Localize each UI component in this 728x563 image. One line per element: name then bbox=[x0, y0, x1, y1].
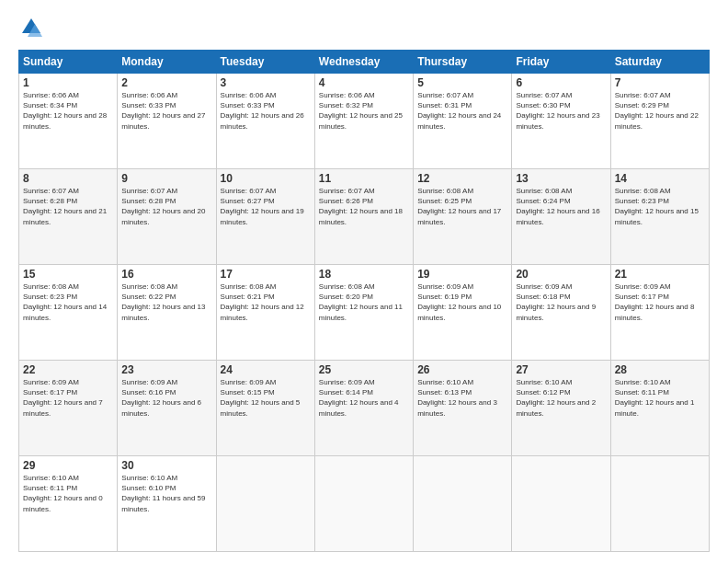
day-info: Sunrise: 6:08 AM Sunset: 6:23 PM Dayligh… bbox=[615, 186, 705, 227]
sunrise-label: Sunrise: 6:09 AM bbox=[417, 282, 473, 291]
sunset-label: Sunset: 6:15 PM bbox=[221, 388, 275, 396]
calendar-week-2: 8 Sunrise: 6:07 AM Sunset: 6:28 PM Dayli… bbox=[19, 169, 710, 265]
sunset-label: Sunset: 6:17 PM bbox=[615, 293, 669, 301]
sunrise-label: Sunrise: 6:09 AM bbox=[516, 282, 572, 291]
sunrise-label: Sunrise: 6:09 AM bbox=[23, 378, 79, 386]
sunrise-label: Sunrise: 6:07 AM bbox=[417, 91, 473, 99]
sunset-label: Sunset: 6:28 PM bbox=[23, 197, 77, 205]
calendar-cell: 5 Sunrise: 6:07 AM Sunset: 6:31 PM Dayli… bbox=[414, 74, 512, 169]
daylight-label: Daylight: 12 hours and 27 minutes. bbox=[121, 111, 205, 130]
day-info: Sunrise: 6:07 AM Sunset: 6:27 PM Dayligh… bbox=[221, 186, 311, 227]
day-info: Sunrise: 6:09 AM Sunset: 6:19 PM Dayligh… bbox=[417, 282, 507, 323]
sunrise-label: Sunrise: 6:08 AM bbox=[615, 187, 671, 195]
calendar-cell: 15 Sunrise: 6:08 AM Sunset: 6:23 PM Dayl… bbox=[19, 265, 118, 361]
sunrise-label: Sunrise: 6:10 AM bbox=[417, 378, 473, 386]
sunrise-label: Sunrise: 6:10 AM bbox=[615, 378, 671, 386]
day-info: Sunrise: 6:07 AM Sunset: 6:26 PM Dayligh… bbox=[319, 186, 409, 227]
day-number: 19 bbox=[417, 268, 507, 281]
calendar-cell: 25 Sunrise: 6:09 AM Sunset: 6:14 PM Dayl… bbox=[314, 361, 413, 456]
day-info: Sunrise: 6:07 AM Sunset: 6:31 PM Dayligh… bbox=[417, 90, 507, 132]
day-number: 11 bbox=[319, 172, 409, 185]
sunset-label: Sunset: 6:21 PM bbox=[221, 293, 275, 301]
daylight-label: Daylight: 12 hours and 16 minutes. bbox=[516, 207, 599, 225]
calendar-week-3: 15 Sunrise: 6:08 AM Sunset: 6:23 PM Dayl… bbox=[19, 265, 710, 361]
sunset-label: Sunset: 6:25 PM bbox=[417, 197, 472, 205]
day-number: 1 bbox=[23, 76, 113, 89]
calendar-cell: 22 Sunrise: 6:09 AM Sunset: 6:17 PM Dayl… bbox=[19, 361, 118, 456]
sunset-label: Sunset: 6:20 PM bbox=[319, 293, 373, 301]
day-number: 3 bbox=[221, 76, 311, 89]
weekday-header-saturday: Saturday bbox=[610, 51, 709, 74]
calendar-cell: 29 Sunrise: 6:10 AM Sunset: 6:11 PM Dayl… bbox=[19, 456, 118, 552]
daylight-label: Daylight: 12 hours and 25 minutes. bbox=[319, 111, 403, 130]
sunset-label: Sunset: 6:32 PM bbox=[319, 101, 373, 109]
weekday-header-thursday: Thursday bbox=[414, 51, 512, 74]
sunset-label: Sunset: 6:27 PM bbox=[221, 197, 275, 205]
day-info: Sunrise: 6:08 AM Sunset: 6:23 PM Dayligh… bbox=[23, 282, 113, 323]
calendar-week-1: 1 Sunrise: 6:06 AM Sunset: 6:34 PM Dayli… bbox=[19, 74, 710, 169]
day-number: 10 bbox=[221, 172, 311, 185]
day-number: 13 bbox=[516, 172, 606, 185]
sunset-label: Sunset: 6:23 PM bbox=[23, 293, 77, 301]
day-number: 18 bbox=[319, 268, 409, 281]
day-info: Sunrise: 6:06 AM Sunset: 6:32 PM Dayligh… bbox=[319, 90, 409, 132]
calendar-cell: 24 Sunrise: 6:09 AM Sunset: 6:15 PM Dayl… bbox=[216, 361, 314, 456]
sunrise-label: Sunrise: 6:09 AM bbox=[615, 282, 671, 291]
daylight-label: Daylight: 12 hours and 15 minutes. bbox=[615, 207, 699, 225]
daylight-label: Daylight: 12 hours and 6 minutes. bbox=[121, 398, 201, 417]
sunset-label: Sunset: 6:33 PM bbox=[121, 101, 176, 109]
sunrise-label: Sunrise: 6:06 AM bbox=[121, 91, 177, 99]
day-number: 28 bbox=[615, 363, 705, 376]
day-number: 4 bbox=[319, 76, 409, 89]
calendar-cell: 21 Sunrise: 6:09 AM Sunset: 6:17 PM Dayl… bbox=[610, 265, 709, 361]
day-number: 6 bbox=[516, 76, 606, 89]
calendar-cell: 7 Sunrise: 6:07 AM Sunset: 6:29 PM Dayli… bbox=[610, 74, 709, 169]
calendar-cell: 4 Sunrise: 6:06 AM Sunset: 6:32 PM Dayli… bbox=[314, 74, 413, 169]
day-info: Sunrise: 6:08 AM Sunset: 6:22 PM Dayligh… bbox=[121, 282, 211, 323]
sunrise-label: Sunrise: 6:06 AM bbox=[221, 91, 277, 99]
sunset-label: Sunset: 6:28 PM bbox=[121, 197, 176, 205]
sunrise-label: Sunrise: 6:10 AM bbox=[121, 474, 177, 482]
day-number: 15 bbox=[23, 268, 113, 281]
sunrise-label: Sunrise: 6:07 AM bbox=[516, 91, 572, 99]
calendar-cell: 27 Sunrise: 6:10 AM Sunset: 6:12 PM Dayl… bbox=[512, 361, 610, 456]
calendar-cell: 23 Sunrise: 6:09 AM Sunset: 6:16 PM Dayl… bbox=[118, 361, 216, 456]
daylight-label: Daylight: 12 hours and 23 minutes. bbox=[516, 111, 599, 130]
sunset-label: Sunset: 6:16 PM bbox=[121, 388, 176, 396]
day-info: Sunrise: 6:08 AM Sunset: 6:25 PM Dayligh… bbox=[417, 186, 507, 227]
sunrise-label: Sunrise: 6:08 AM bbox=[121, 282, 177, 291]
day-number: 16 bbox=[121, 268, 211, 281]
header bbox=[18, 15, 710, 40]
daylight-label: Daylight: 12 hours and 19 minutes. bbox=[221, 207, 304, 225]
calendar-cell: 16 Sunrise: 6:08 AM Sunset: 6:22 PM Dayl… bbox=[118, 265, 216, 361]
sunrise-label: Sunrise: 6:10 AM bbox=[23, 474, 79, 482]
sunset-label: Sunset: 6:10 PM bbox=[121, 484, 176, 492]
day-number: 5 bbox=[417, 76, 507, 89]
day-info: Sunrise: 6:06 AM Sunset: 6:33 PM Dayligh… bbox=[221, 90, 311, 132]
calendar-cell: 26 Sunrise: 6:10 AM Sunset: 6:13 PM Dayl… bbox=[414, 361, 512, 456]
day-info: Sunrise: 6:08 AM Sunset: 6:21 PM Dayligh… bbox=[221, 282, 311, 323]
day-info: Sunrise: 6:10 AM Sunset: 6:13 PM Dayligh… bbox=[417, 377, 507, 419]
sunrise-label: Sunrise: 6:08 AM bbox=[516, 187, 572, 195]
day-info: Sunrise: 6:07 AM Sunset: 6:29 PM Dayligh… bbox=[615, 90, 705, 132]
sunset-label: Sunset: 6:26 PM bbox=[319, 197, 373, 205]
daylight-label: Daylight: 12 hours and 4 minutes. bbox=[319, 398, 399, 417]
sunrise-label: Sunrise: 6:08 AM bbox=[23, 282, 79, 291]
daylight-label: Daylight: 12 hours and 18 minutes. bbox=[319, 207, 403, 225]
sunset-label: Sunset: 6:23 PM bbox=[615, 197, 669, 205]
sunrise-label: Sunrise: 6:07 AM bbox=[615, 91, 671, 99]
calendar-cell: 9 Sunrise: 6:07 AM Sunset: 6:28 PM Dayli… bbox=[118, 169, 216, 265]
daylight-label: Daylight: 11 hours and 59 minutes. bbox=[121, 494, 205, 512]
sunset-label: Sunset: 6:11 PM bbox=[615, 388, 669, 396]
day-number: 23 bbox=[121, 363, 211, 376]
sunset-label: Sunset: 6:29 PM bbox=[615, 101, 669, 109]
day-info: Sunrise: 6:07 AM Sunset: 6:28 PM Dayligh… bbox=[23, 186, 113, 227]
day-info: Sunrise: 6:07 AM Sunset: 6:30 PM Dayligh… bbox=[516, 90, 606, 132]
calendar-cell: 13 Sunrise: 6:08 AM Sunset: 6:24 PM Dayl… bbox=[512, 169, 610, 265]
daylight-label: Daylight: 12 hours and 11 minutes. bbox=[319, 303, 403, 321]
daylight-label: Daylight: 12 hours and 8 minutes. bbox=[615, 303, 695, 321]
calendar-cell bbox=[216, 456, 314, 552]
day-number: 29 bbox=[23, 459, 113, 472]
day-number: 7 bbox=[615, 76, 705, 89]
daylight-label: Daylight: 12 hours and 20 minutes. bbox=[121, 207, 205, 225]
